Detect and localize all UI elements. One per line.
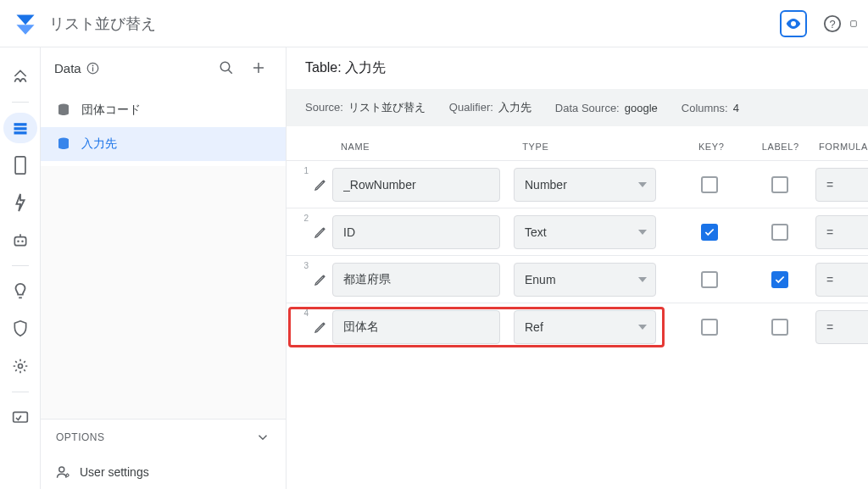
database-icon [56, 103, 71, 118]
key-checkbox[interactable] [701, 271, 718, 288]
svg-point-17 [220, 62, 230, 71]
key-checkbox[interactable] [701, 224, 718, 241]
col-header-name: NAME [305, 142, 522, 152]
row-index: 3 [297, 256, 309, 270]
content-header: Table: 入力先 [287, 47, 868, 89]
formula-input[interactable]: = [815, 168, 868, 202]
edit-column-button[interactable] [309, 215, 332, 249]
options-label: OPTIONS [56, 431, 105, 443]
column-name-input[interactable] [332, 310, 500, 344]
column-type-select[interactable]: Text [514, 215, 656, 249]
caret-down-icon [638, 277, 647, 282]
rail-home-icon[interactable] [3, 61, 37, 92]
main-content: Table: 入力先 Source:リスト並び替え Qualifier:入力先 … [287, 47, 868, 489]
rail-actions-icon[interactable] [3, 187, 37, 218]
table-list: 団体コード 入力先 [41, 88, 286, 166]
rail-intelligence-icon[interactable] [3, 276, 37, 307]
label-checkbox[interactable] [771, 176, 788, 193]
svg-text:?: ? [829, 17, 835, 30]
options-toggle[interactable]: OPTIONS [41, 420, 286, 455]
column-row: 4Ref= [287, 303, 868, 350]
key-checkbox[interactable] [701, 176, 718, 193]
formula-input[interactable]: = [815, 215, 868, 249]
label-checkbox[interactable] [771, 319, 788, 336]
user-settings-label: User settings [80, 465, 149, 479]
svg-rect-2 [851, 20, 857, 26]
appsheet-logo-icon [14, 12, 37, 36]
edit-column-button[interactable] [309, 168, 332, 202]
formula-input[interactable]: = [815, 310, 868, 344]
chevron-down-icon [255, 430, 270, 445]
svg-point-24 [66, 474, 69, 476]
svg-rect-5 [14, 131, 26, 134]
formula-input[interactable]: = [815, 263, 868, 297]
user-settings-icon [56, 464, 71, 480]
account-button[interactable] [849, 7, 858, 41]
column-row: 1Number= [287, 160, 868, 208]
row-index: 2 [297, 208, 309, 223]
svg-rect-16 [92, 67, 93, 71]
caret-down-icon [638, 230, 647, 235]
svg-point-23 [59, 467, 64, 472]
help-button[interactable]: ? [815, 7, 849, 41]
column-name-input[interactable] [332, 215, 500, 249]
table-item-label: 団体コード [81, 103, 141, 118]
table-item[interactable]: 入力先 [41, 127, 286, 161]
svg-line-18 [228, 69, 232, 74]
row-index: 1 [297, 161, 309, 175]
column-type-select[interactable]: Enum [514, 263, 656, 297]
label-checkbox[interactable] [771, 271, 788, 288]
col-header-label: LABEL? [745, 142, 815, 152]
caret-down-icon [638, 325, 647, 330]
info-icon[interactable] [86, 62, 99, 75]
search-icon[interactable] [213, 54, 240, 81]
rail-settings-icon[interactable] [3, 351, 37, 381]
table-title: Table: 入力先 [305, 59, 849, 77]
rail-data-icon[interactable] [3, 113, 37, 143]
top-bar: リスト並び替え ? [0, 0, 868, 47]
label-checkbox[interactable] [771, 224, 788, 241]
svg-point-8 [17, 240, 19, 242]
app-title: リスト並び替え [49, 14, 156, 34]
column-name-input[interactable] [332, 168, 500, 202]
column-type-select[interactable]: Number [514, 168, 656, 202]
svg-point-12 [18, 364, 22, 369]
rail-security-icon[interactable] [3, 314, 37, 344]
left-rail [0, 47, 41, 489]
svg-point-15 [92, 64, 93, 66]
svg-rect-6 [15, 157, 25, 174]
meta-bar: Source:リスト並び替え Qualifier:入力先 Data Source… [287, 89, 868, 126]
database-icon [56, 136, 71, 152]
svg-rect-3 [14, 123, 26, 125]
col-header-type: TYPE [522, 142, 677, 152]
svg-rect-7 [14, 237, 25, 246]
edit-column-button[interactable] [309, 263, 332, 297]
rows-container: 1Number=2Text=3Enum=4Ref= [287, 160, 868, 350]
edit-column-button[interactable] [309, 310, 332, 344]
side-panel: Data 団体コード 入力先 [41, 47, 287, 489]
column-row: 3Enum= [287, 255, 868, 303]
preview-button[interactable] [780, 10, 807, 37]
user-settings-button[interactable]: User settings [41, 455, 286, 489]
svg-rect-4 [14, 127, 26, 130]
column-headers: NAME TYPE KEY? LABEL? FORMULA [287, 126, 868, 160]
side-panel-header: Data [41, 47, 286, 88]
column-type-select[interactable]: Ref [514, 310, 656, 344]
column-name-input[interactable] [332, 263, 500, 297]
col-header-key: KEY? [677, 142, 746, 152]
rail-bot-icon[interactable] [3, 225, 37, 255]
rail-manage-icon[interactable] [3, 403, 37, 433]
caret-down-icon [638, 182, 647, 187]
table-item[interactable]: 団体コード [41, 93, 286, 127]
col-header-formula: FORMULA [815, 142, 868, 152]
key-checkbox[interactable] [701, 319, 718, 336]
column-row: 2Text= [287, 208, 868, 255]
svg-point-9 [21, 240, 24, 242]
table-item-label: 入力先 [81, 136, 117, 152]
rail-views-icon[interactable] [3, 150, 37, 181]
add-table-button[interactable] [245, 54, 272, 81]
row-index: 4 [297, 303, 309, 318]
side-panel-title: Data [54, 61, 81, 75]
